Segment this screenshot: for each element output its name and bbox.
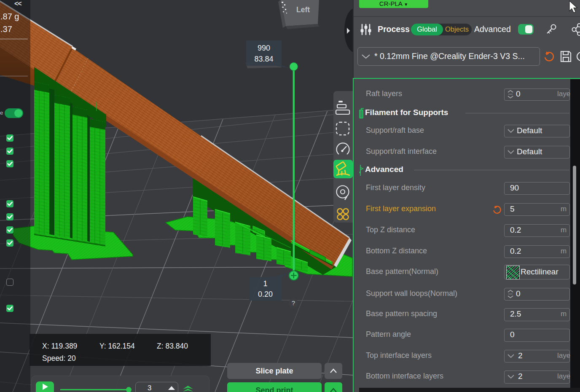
svg-text:Left: Left [296,5,310,14]
